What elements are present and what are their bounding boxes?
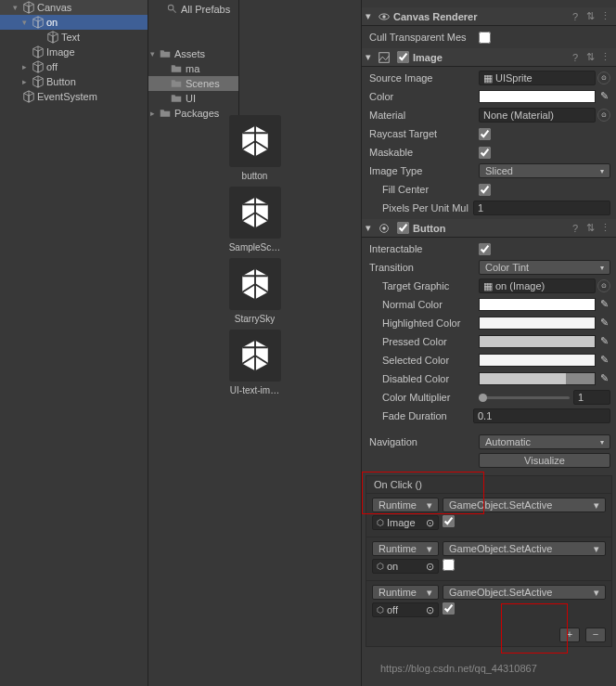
- object-picker-icon[interactable]: ⊙: [597, 71, 610, 84]
- hierarchy-item[interactable]: ▸off: [0, 59, 148, 74]
- object-picker-icon[interactable]: ⊙: [597, 109, 610, 122]
- onclick-header: On Click (): [366, 476, 611, 493]
- onclick-object-field[interactable]: ⬡on⊙: [372, 559, 439, 574]
- project-asset-item[interactable]: StarrySky: [148, 258, 361, 324]
- eyedropper-icon[interactable]: ✎: [597, 90, 610, 103]
- cull-checkbox[interactable]: [479, 32, 491, 44]
- hierarchy-item[interactable]: Text: [0, 30, 148, 45]
- hierarchy-item[interactable]: ▾Canvas: [0, 0, 148, 15]
- project-panel: All Prefabs▾AssetsmaScenesUI▸Packagesbut…: [148, 0, 362, 686]
- colormult-slider[interactable]: [479, 396, 570, 399]
- onclick-remove-button[interactable]: −: [585, 628, 606, 642]
- eyedropper-icon[interactable]: ✎: [597, 354, 610, 367]
- project-folder-row[interactable]: ma: [148, 61, 238, 76]
- foldout-icon[interactable]: ▾: [366, 222, 375, 234]
- source-image-field[interactable]: ▦UISprite: [479, 71, 596, 85]
- fadedur-label: Fade Duration: [367, 410, 473, 421]
- preset-icon[interactable]: ⇅: [583, 222, 597, 234]
- menu-icon[interactable]: ⋮: [597, 222, 612, 234]
- onclick-mode-dropdown[interactable]: Runtime▾: [372, 541, 439, 556]
- help-icon[interactable]: ?: [568, 11, 583, 22]
- expand-arrow-icon[interactable]: ▾: [13, 3, 22, 12]
- folder-icon: [160, 48, 171, 59]
- hierarchy-item[interactable]: Image: [0, 45, 148, 59]
- imagetype-label: Image Type: [367, 165, 479, 176]
- onclick-object-field[interactable]: ⬡off⊙: [372, 602, 439, 617]
- expand-arrow-icon[interactable]: ▾: [22, 18, 32, 27]
- menu-icon[interactable]: ⋮: [597, 10, 612, 22]
- onclick-bool-checkbox[interactable]: [443, 602, 455, 615]
- expand-arrow-icon[interactable]: ▸: [22, 62, 32, 71]
- asset-thumbnail: [229, 330, 281, 382]
- onclick-bool-checkbox[interactable]: [443, 515, 455, 527]
- onclick-function-dropdown[interactable]: GameObject.SetActive▾: [443, 541, 606, 556]
- material-field[interactable]: None (Material): [479, 108, 596, 123]
- maskable-checkbox[interactable]: [479, 147, 491, 159]
- gameobject-icon: [22, 1, 35, 14]
- onclick-bool-checkbox[interactable]: [443, 559, 455, 571]
- component-header-canvas-renderer[interactable]: ▾ Canvas Renderer ? ⇅ ⋮: [362, 7, 616, 26]
- hierarchy-item[interactable]: EventSystem: [0, 89, 148, 104]
- onclick-add-button[interactable]: +: [559, 628, 580, 642]
- project-folder-row[interactable]: UI: [148, 91, 238, 106]
- project-favorite-row[interactable]: All Prefabs: [148, 2, 238, 17]
- pressedcolor-swatch[interactable]: [479, 335, 596, 348]
- preset-icon[interactable]: ⇅: [583, 51, 597, 63]
- onclick-mode-dropdown[interactable]: Runtime▾: [372, 585, 439, 600]
- project-asset-item[interactable]: SampleSc…: [148, 187, 361, 252]
- menu-icon[interactable]: ⋮: [597, 51, 612, 63]
- object-picker-icon[interactable]: ⊙: [426, 604, 434, 616]
- fillcenter-checkbox[interactable]: [479, 184, 491, 196]
- navigation-dropdown[interactable]: Automatic▾: [479, 434, 610, 449]
- onclick-function-dropdown[interactable]: GameObject.SetActive▾: [443, 498, 606, 512]
- project-asset-item[interactable]: UI-text-im…: [148, 330, 361, 395]
- object-picker-icon[interactable]: ⊙: [426, 517, 434, 529]
- highlightedcolor-swatch[interactable]: [479, 317, 596, 330]
- foldout-icon[interactable]: ▾: [366, 51, 375, 63]
- eyedropper-icon[interactable]: ✎: [597, 335, 610, 348]
- onclick-object-field[interactable]: ⬡Image⊙: [372, 515, 439, 530]
- project-folder-row[interactable]: ▾Assets: [148, 46, 238, 61]
- favorite-label: All Prefabs: [181, 4, 230, 15]
- onclick-function-dropdown[interactable]: GameObject.SetActive▾: [443, 585, 606, 600]
- expand-arrow-icon[interactable]: ▸: [22, 77, 32, 86]
- expand-arrow-icon[interactable]: ▾: [150, 49, 160, 58]
- raycast-checkbox[interactable]: [479, 128, 491, 140]
- project-folder-row[interactable]: Scenes: [148, 76, 238, 91]
- hierarchy-item[interactable]: ▸Button: [0, 74, 148, 89]
- selectedcolor-swatch[interactable]: [479, 354, 596, 367]
- fadedur-input[interactable]: [473, 408, 610, 423]
- object-picker-icon[interactable]: ⊙: [597, 279, 610, 292]
- eyedropper-icon[interactable]: ✎: [597, 372, 610, 385]
- hierarchy-item[interactable]: ▾on: [0, 15, 148, 30]
- eyedropper-icon[interactable]: ✎: [597, 298, 610, 311]
- normalcolor-swatch[interactable]: [479, 298, 596, 311]
- help-icon[interactable]: ?: [568, 223, 583, 234]
- targetgraphic-field[interactable]: ▦on (Image): [479, 278, 596, 293]
- component-header-image[interactable]: ▾ Image ? ⇅ ⋮: [362, 48, 616, 67]
- visibility-icon[interactable]: [377, 9, 391, 24]
- button-enable-checkbox[interactable]: [397, 222, 409, 234]
- object-picker-icon[interactable]: ⊙: [426, 561, 434, 573]
- button-component-icon: [377, 221, 391, 236]
- disabledcolor-swatch[interactable]: [479, 372, 596, 385]
- component-header-button[interactable]: ▾ Button ? ⇅ ⋮: [362, 219, 616, 238]
- onclick-mode-dropdown[interactable]: Runtime▾: [372, 498, 439, 512]
- image-enable-checkbox[interactable]: [397, 51, 409, 63]
- transition-dropdown[interactable]: Color Tint▾: [479, 260, 610, 275]
- project-asset-item[interactable]: button: [148, 115, 361, 181]
- gameobject-icon: [32, 75, 45, 88]
- preset-icon[interactable]: ⇅: [583, 10, 597, 22]
- imagetype-dropdown[interactable]: Sliced▾: [479, 163, 610, 178]
- colormult-input[interactable]: [573, 390, 610, 405]
- help-icon[interactable]: ?: [568, 52, 583, 63]
- visualize-button[interactable]: Visualize: [479, 453, 610, 468]
- foldout-icon[interactable]: ▾: [366, 10, 375, 22]
- color-swatch[interactable]: [479, 90, 596, 103]
- eyedropper-icon[interactable]: ✎: [597, 317, 610, 330]
- interactable-checkbox[interactable]: [479, 243, 491, 255]
- transition-label: Transition: [367, 262, 479, 273]
- ppu-input[interactable]: [473, 201, 610, 215]
- gameobject-icon: ⬡: [377, 562, 384, 571]
- svg-point-0: [168, 5, 173, 10]
